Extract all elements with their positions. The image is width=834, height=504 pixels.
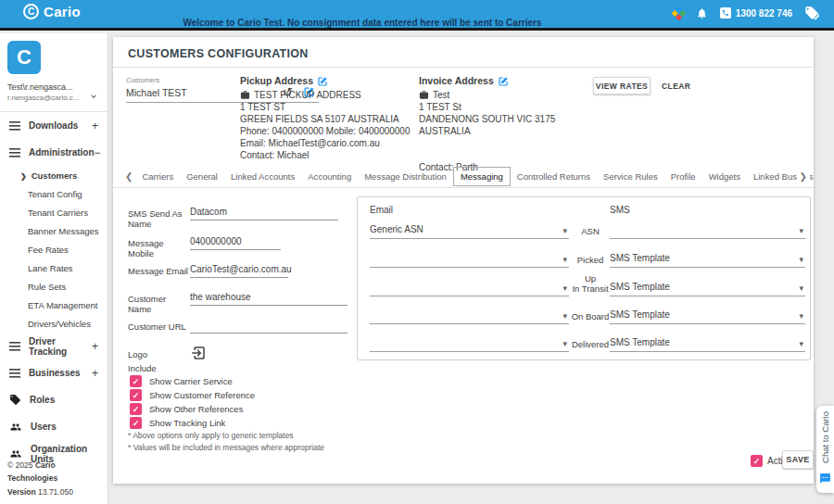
chat-tab-label: Chat to Cario xyxy=(820,411,830,463)
checkbox-show-carrier-service[interactable]: Show Carrier Service xyxy=(130,375,233,387)
active-checkbox-checked-icon[interactable] xyxy=(751,455,763,467)
message-email-input[interactable]: CarioTest@cario.com.au xyxy=(190,264,288,278)
tab-service-rules[interactable]: Service Rules xyxy=(597,168,664,185)
sidebar-item-roles[interactable]: Roles xyxy=(0,386,107,413)
template-row-picked-up: Picked Up SMS Template xyxy=(370,251,803,268)
checkbox-show-customer-reference[interactable]: Show Customer Reference xyxy=(130,389,255,401)
sidebar-item-businesses[interactable]: Businesses + xyxy=(0,359,107,386)
checkbox-checked-icon[interactable] xyxy=(130,375,142,387)
checkbox-show-tracking-link[interactable]: Show Tracking Link xyxy=(130,417,225,429)
tab-message-distribution[interactable]: Message Distribution xyxy=(358,168,453,185)
tab-messaging[interactable]: Messaging xyxy=(453,167,511,186)
row-label: In Transit xyxy=(571,280,610,296)
sidebar-subitem-label: Fee Rates xyxy=(28,245,69,255)
tab-controlled-returns[interactable]: Controlled Returns xyxy=(511,168,597,185)
menu-icon xyxy=(9,121,20,131)
email-template-select-in-transit[interactable] xyxy=(370,280,569,296)
sidebar-item-lane-rates[interactable]: Lane Rates xyxy=(0,258,107,277)
sidebar-item-drivers-vehicles[interactable]: Drivers/Vehicles xyxy=(0,314,107,333)
sms-template-select-delivered[interactable]: SMS Template xyxy=(610,335,805,352)
chevron-right-icon xyxy=(20,170,32,181)
expand-plus-icon[interactable]: + xyxy=(92,120,98,132)
user-account[interactable]: Test\r.nengasca... r.nengasca@cario.c... xyxy=(0,82,107,102)
row-label: On Board xyxy=(571,308,610,324)
sidebar-footer: © 2025 Cario Technologies Version 13.71.… xyxy=(7,459,107,498)
sms-template-select-picked-up[interactable]: SMS Template xyxy=(610,251,805,268)
sms-template-select-in-transit[interactable]: SMS Template xyxy=(610,280,805,296)
sms-send-as-name-input[interactable]: Datacom xyxy=(190,207,338,220)
email-template-select-asn[interactable]: Generic ASN xyxy=(370,222,569,239)
briefcase-icon xyxy=(240,90,250,100)
tabs-scroll-left-icon[interactable]: ❮ xyxy=(122,171,135,182)
sidebar-subitem-label: ETA Management xyxy=(28,300,97,310)
pickup-address-block: Pickup Address TEST PICKUP ADDRESS 1 TES… xyxy=(240,75,411,161)
cario-sidebar-logo[interactable]: C xyxy=(7,41,41,74)
template-row-on-board: On Board SMS Template xyxy=(370,308,803,324)
extension-icon[interactable] xyxy=(672,6,687,20)
sms-template-select-asn[interactable] xyxy=(610,222,805,239)
config-tabs: ❮ Carriers General Linked Accounts Accou… xyxy=(113,166,814,188)
checkbox-checked-icon[interactable] xyxy=(130,389,142,401)
sidebar-item-customers[interactable]: Customers xyxy=(0,166,107,184)
template-row-in-transit: In Transit SMS Template xyxy=(370,280,803,296)
customer-url-input[interactable] xyxy=(190,320,348,334)
save-button[interactable]: SAVE xyxy=(782,450,814,469)
edit-invoice-address-icon[interactable] xyxy=(498,76,509,87)
sidebar-item-label: Roles xyxy=(30,395,55,405)
sidebar-item-label: Administration xyxy=(29,147,95,158)
sidebar-item-eta-management[interactable]: ETA Management xyxy=(0,296,107,314)
tab-accounting[interactable]: Accounting xyxy=(301,168,358,185)
sidebar-subitem-label: Drivers/Vehicles xyxy=(28,319,91,329)
chat-to-cario-tab[interactable]: Chat to Cario xyxy=(816,406,834,493)
tab-linked-accounts[interactable]: Linked Accounts xyxy=(224,168,301,185)
support-phone[interactable]: 1300 822 746 xyxy=(720,7,792,19)
tabs-scroll-right-icon[interactable]: ❯ xyxy=(797,171,810,182)
pickup-address-title: Pickup Address xyxy=(240,75,313,87)
form-note: * Values will be included in messages wh… xyxy=(128,443,324,452)
checkbox-show-other-references[interactable]: Show Other References xyxy=(130,403,243,415)
checkbox-checked-icon[interactable] xyxy=(130,417,142,429)
customer-name-input[interactable]: the warehouse xyxy=(190,292,348,306)
cario-logo[interactable]: C Cario xyxy=(23,4,81,19)
logo-upload-icon[interactable] xyxy=(190,345,207,365)
sidebar-item-tenant-carriers[interactable]: Tenant Carriers xyxy=(0,203,107,221)
row-label: Picked Up xyxy=(571,251,610,268)
sidebar-item-administration[interactable]: Administration − xyxy=(0,139,107,166)
field-label: Logo xyxy=(128,349,147,359)
view-rates-button[interactable]: VIEW RATES xyxy=(593,77,651,94)
menu-icon xyxy=(9,369,20,378)
tab-widgets[interactable]: Widgets xyxy=(702,168,747,185)
tab-profile[interactable]: Profile xyxy=(664,168,702,185)
include-section-label: Include xyxy=(128,363,157,373)
message-mobile-input[interactable]: 0400000000 xyxy=(190,236,281,250)
checkbox-checked-icon[interactable] xyxy=(130,403,142,415)
sidebar-item-downloads[interactable]: Downloads + xyxy=(0,112,107,139)
chevron-down-icon[interactable] xyxy=(89,88,98,105)
clear-button[interactable]: CLEAR xyxy=(662,77,690,94)
email-template-select-picked-up[interactable] xyxy=(370,251,569,268)
sms-template-select-on-board[interactable]: SMS Template xyxy=(610,308,805,324)
tab-carriers[interactable]: Carriers xyxy=(135,168,180,185)
checkbox-label: Show Other References xyxy=(149,404,243,414)
brand-name: Cario xyxy=(44,4,81,19)
sidebar-item-fee-rates[interactable]: Fee Rates xyxy=(0,240,107,258)
sidebar-item-rule-sets[interactable]: Rule Sets xyxy=(0,277,107,296)
edit-pickup-address-icon[interactable] xyxy=(317,76,328,87)
sidebar-item-users[interactable]: Users xyxy=(0,413,107,440)
notifications-bell-icon[interactable] xyxy=(696,7,708,19)
email-template-select-on-board[interactable] xyxy=(370,308,569,324)
sidebar-item-label: Downloads xyxy=(29,120,78,131)
menu-icon xyxy=(9,342,20,351)
expand-plus-icon[interactable]: + xyxy=(92,340,98,353)
sidebar-item-banner-messages[interactable]: Banner Messages xyxy=(0,221,107,240)
tags-icon[interactable] xyxy=(804,6,819,20)
field-label: Customer Name xyxy=(128,294,189,314)
sidebar-item-driver-tracking[interactable]: Driver Tracking + xyxy=(0,333,107,359)
email-template-select-delivered[interactable] xyxy=(370,335,569,352)
banner-message: Welcome to Cario Test. No consignment da… xyxy=(97,18,627,28)
tab-general[interactable]: General xyxy=(180,168,224,185)
expand-plus-icon[interactable]: + xyxy=(92,367,98,380)
collapse-minus-icon[interactable]: − xyxy=(95,146,101,159)
message-templates-panel: Email SMS Generic ASN ASN Picked Up SMS … xyxy=(357,196,811,360)
sidebar-item-tenant-config[interactable]: Tenant Config xyxy=(0,184,107,203)
